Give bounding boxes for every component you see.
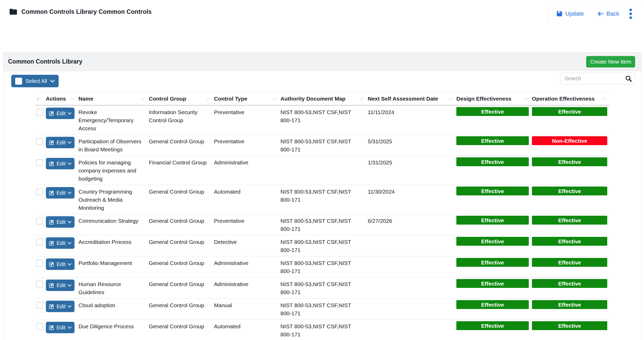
edit-button[interactable]: Edit xyxy=(46,216,75,228)
table-row: Edit Participation of Observers in Board… xyxy=(35,135,609,156)
edit-button[interactable]: Edit xyxy=(46,280,75,291)
control-group-cell: Information Security Control Group xyxy=(149,106,214,134)
row-checkbox[interactable] xyxy=(36,138,43,145)
select-all-label: Select All xyxy=(26,78,47,84)
edit-button[interactable]: Edit xyxy=(46,108,75,119)
design-effectiveness-badge: Effective xyxy=(456,279,529,288)
authority-document-map-cell xyxy=(280,156,368,185)
operation-effectiveness-badge: Effective xyxy=(532,258,607,267)
edit-label: Edit xyxy=(57,240,65,246)
chevron-down-icon xyxy=(68,112,71,115)
design-effectiveness-badge: Effective xyxy=(456,237,529,246)
column-label: Control Type xyxy=(214,96,247,102)
row-checkbox[interactable] xyxy=(36,323,43,330)
name-cell: Communication Strategy xyxy=(78,214,149,235)
column-header-control-type[interactable]: Control Type↓↑ xyxy=(214,96,280,102)
control-group-cell: General Control Group xyxy=(149,214,214,235)
authority-document-map-cell: NIST 800-53,NIST CSF,NIST 800-171 xyxy=(280,135,368,156)
row-checkbox[interactable] xyxy=(36,218,43,224)
sort-arrows-icon: ↓↑ xyxy=(206,96,210,102)
name-cell: Due Diligence Process xyxy=(78,320,149,340)
edit-button[interactable]: Edit xyxy=(46,137,75,148)
kebab-menu-button[interactable] xyxy=(629,8,632,20)
chevron-down-icon xyxy=(68,242,71,244)
column-header-control-group[interactable]: Control Group↓↑ xyxy=(149,96,214,102)
row-checkbox[interactable] xyxy=(36,281,43,288)
app-header: Common Controls Library Common Controls … xyxy=(0,0,644,23)
operation-effectiveness-badge: Effective xyxy=(532,157,607,166)
chevron-down-icon xyxy=(68,141,71,144)
next-self-assessment-date-cell: 11/11/2024 xyxy=(368,106,456,134)
column-header-authority-document-map[interactable]: Authority Document Map↓↑ xyxy=(280,96,368,102)
update-label: Update xyxy=(565,10,584,17)
row-checkbox[interactable] xyxy=(36,159,43,166)
design-effectiveness-badge: Effective xyxy=(456,187,529,195)
control-type-cell: Preventative xyxy=(214,214,280,235)
design-effectiveness-badge: Effective xyxy=(456,300,529,309)
authority-document-map-cell: NIST 800-53,NIST CSF,NIST 800-171 xyxy=(280,185,368,214)
next-self-assessment-date-cell xyxy=(368,299,456,319)
name-cell: Portfolio Management xyxy=(78,256,149,277)
control-group-cell: General Control Group xyxy=(149,320,214,340)
table-row: Edit Due Diligence Process General Contr… xyxy=(35,320,609,340)
control-type-cell: Manual xyxy=(214,299,280,319)
update-button[interactable]: Update xyxy=(556,10,584,17)
row-checkbox[interactable] xyxy=(36,188,43,195)
column-header-operation-effectiveness[interactable]: Operation Effectiveness↓↑ xyxy=(532,96,609,102)
common-controls-table: ↓↑Actions↓↑Name↓↑Control Group↓↑Control … xyxy=(35,92,609,340)
row-checkbox[interactable] xyxy=(36,302,43,309)
design-effectiveness-badge: Effective xyxy=(456,216,529,225)
search-input[interactable] xyxy=(560,73,636,84)
column-label: Name xyxy=(78,96,93,102)
edit-button[interactable]: Edit xyxy=(46,187,75,199)
chevron-down-icon xyxy=(68,284,71,287)
chevron-down-icon xyxy=(68,192,71,194)
edit-button[interactable]: Edit xyxy=(46,258,75,270)
chevron-down-icon xyxy=(68,263,71,265)
row-checkbox[interactable] xyxy=(36,260,43,267)
control-group-cell: General Control Group xyxy=(149,277,214,298)
edit-label: Edit xyxy=(57,304,65,310)
edit-button[interactable]: Edit xyxy=(46,237,75,249)
edit-label: Edit xyxy=(57,282,65,288)
edit-button[interactable]: Edit xyxy=(46,301,75,312)
search-icon xyxy=(625,75,632,82)
edit-pencil-icon xyxy=(49,262,54,267)
create-new-item-button[interactable]: Create New Item xyxy=(586,56,635,67)
authority-document-map-cell: NIST 800-53,NIST CSF,NIST 800-171 xyxy=(280,106,368,134)
control-group-cell: General Control Group xyxy=(149,299,214,319)
back-button[interactable]: Back xyxy=(597,10,619,17)
control-type-cell: Administrative xyxy=(214,256,280,277)
column-header-name[interactable]: Name↓↑ xyxy=(78,96,149,102)
row-checkbox[interactable] xyxy=(36,109,43,116)
edit-button[interactable]: Edit xyxy=(46,158,75,169)
column-header-actions[interactable]: Actions↓↑ xyxy=(46,96,78,102)
column-header-sort[interactable]: ↓↑ xyxy=(35,96,46,102)
column-header-next-self-assessment-date[interactable]: Next Self Assessment Date↓↑ xyxy=(368,96,456,102)
table-row: Edit Revoke Emergency/Temporary Access I… xyxy=(35,106,609,135)
next-self-assessment-date-cell xyxy=(368,256,456,277)
design-effectiveness-badge: Effective xyxy=(456,258,529,267)
table-row: Edit Human Resource Guidelines General C… xyxy=(35,277,609,299)
design-effectiveness-badge: Effective xyxy=(456,157,529,166)
select-all-checkbox[interactable] xyxy=(15,78,22,85)
column-header-design-effectiveness[interactable]: Design Effectiveness↓↑ xyxy=(456,96,532,102)
edit-pencil-icon xyxy=(49,304,54,309)
panel-title: Common Controls Library xyxy=(8,58,82,65)
table-header-row: ↓↑Actions↓↑Name↓↑Control Group↓↑Control … xyxy=(35,92,609,106)
name-cell: Accreditation Process xyxy=(78,235,149,256)
operation-effectiveness-badge: Effective xyxy=(532,321,607,330)
page-title: Common Controls Library Common Controls xyxy=(21,8,152,15)
chevron-down-icon xyxy=(50,80,55,83)
row-checkbox[interactable] xyxy=(36,239,43,245)
sort-arrows-icon: ↓↑ xyxy=(141,96,145,102)
control-group-cell: General Control Group xyxy=(149,185,214,214)
column-label: Actions xyxy=(46,96,66,102)
column-label: Design Effectiveness xyxy=(456,96,511,102)
edit-label: Edit xyxy=(57,190,65,196)
select-all-button[interactable]: Select All xyxy=(11,75,59,87)
panel-header: Common Controls Library Create New Item xyxy=(3,52,641,71)
edit-button[interactable]: Edit xyxy=(46,322,75,333)
next-self-assessment-date-cell: 5/31/2025 xyxy=(368,135,456,156)
edit-pencil-icon xyxy=(49,240,54,246)
